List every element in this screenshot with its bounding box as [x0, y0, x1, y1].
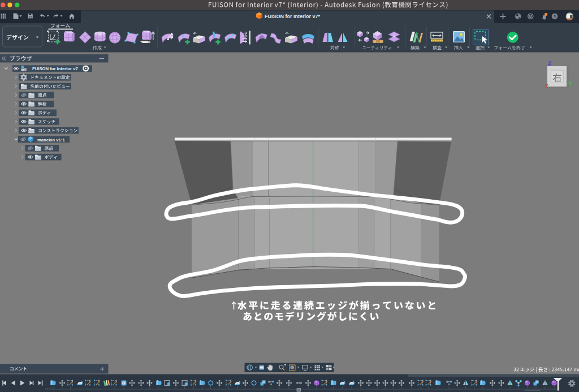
svg-text:FUISON for Interior v7*: FUISON for Interior v7* [265, 14, 321, 19]
svg-text:manekin v1:1: manekin v1:1 [37, 137, 65, 143]
svg-text:FUISON for Interior v7: FUISON for Interior v7 [32, 66, 78, 71]
svg-text:?: ? [554, 14, 556, 19]
